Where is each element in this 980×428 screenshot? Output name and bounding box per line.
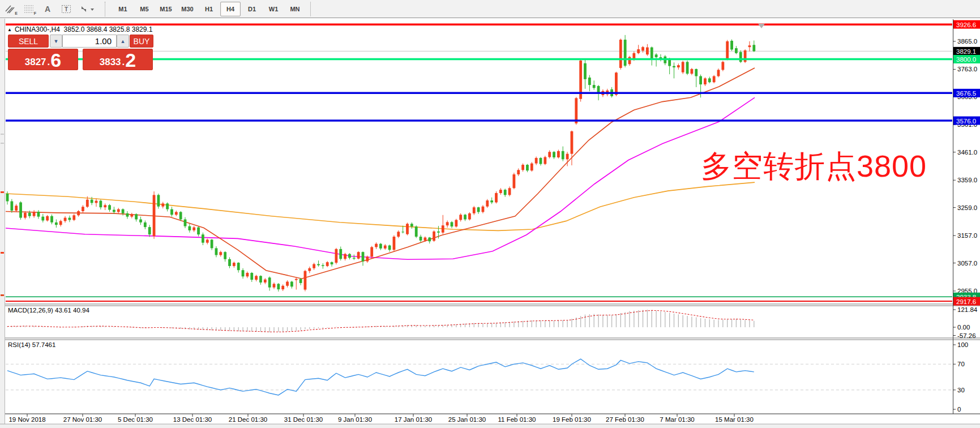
price-tick-label: 3157.0 bbox=[957, 232, 977, 239]
candle-body bbox=[530, 164, 533, 171]
candle-body bbox=[277, 284, 280, 289]
candle-body bbox=[175, 212, 178, 215]
candle-body bbox=[219, 252, 222, 255]
candle-body bbox=[468, 213, 471, 220]
candle-body bbox=[139, 220, 142, 222]
candle-body bbox=[735, 48, 738, 53]
buy-price-button[interactable]: 3833.2 bbox=[83, 49, 153, 70]
candle-body bbox=[588, 78, 591, 85]
time-tick-label: 31 Dec 01:30 bbox=[284, 416, 323, 423]
candle-body bbox=[46, 216, 49, 221]
candle-body bbox=[161, 203, 164, 206]
svg-text:30: 30 bbox=[957, 387, 965, 393]
candle-body bbox=[281, 286, 284, 289]
bid-last-digit: 6 bbox=[50, 52, 61, 69]
candle-body bbox=[593, 85, 596, 88]
candle-body bbox=[144, 222, 147, 227]
svg-text:0: 0 bbox=[957, 406, 961, 413]
price-axis[interactable]: 3865.03763.03663.03561.03461.03359.03259… bbox=[953, 20, 980, 306]
svg-text:3676.5: 3676.5 bbox=[956, 90, 976, 97]
chart-shift-marker-icon[interactable] bbox=[758, 24, 765, 28]
time-tick-label: 11 Feb 01:30 bbox=[498, 416, 536, 423]
candle-body bbox=[326, 262, 329, 266]
candle-body bbox=[544, 157, 546, 164]
volume-decrease-button[interactable]: ▼ bbox=[50, 35, 62, 48]
candle-body bbox=[228, 259, 231, 266]
candle-body bbox=[615, 72, 618, 95]
candle-body bbox=[211, 239, 213, 248]
time-tick-label: 19 Feb 01:30 bbox=[553, 416, 591, 423]
candle-body bbox=[424, 238, 427, 241]
candle-body bbox=[170, 209, 173, 215]
price-tick-label: 3865.0 bbox=[957, 38, 977, 45]
candle-body bbox=[331, 262, 333, 264]
candle-body bbox=[384, 246, 387, 249]
candle-body bbox=[379, 244, 382, 249]
candle-body bbox=[486, 200, 489, 207]
candle-body bbox=[259, 276, 262, 283]
time-tick-label: 19 Nov 2018 bbox=[8, 416, 45, 423]
candle-body bbox=[410, 224, 413, 226]
candle-body bbox=[459, 215, 462, 220]
price-badge-3926.6: 3926.6 bbox=[953, 20, 980, 29]
svg-text:-57.26: -57.26 bbox=[957, 332, 976, 339]
candle-body bbox=[446, 222, 449, 225]
candle-body bbox=[72, 215, 75, 220]
svg-text:70: 70 bbox=[957, 361, 965, 367]
candle-body bbox=[192, 228, 195, 230]
candle-body bbox=[713, 76, 716, 83]
candle-body bbox=[406, 224, 409, 234]
candle-body bbox=[224, 252, 226, 259]
price-tick-label: 3057.0 bbox=[957, 260, 977, 267]
candle-body bbox=[499, 190, 502, 193]
candle-body bbox=[362, 252, 365, 261]
candle-body bbox=[721, 62, 724, 70]
candle-body bbox=[624, 40, 627, 66]
time-axis[interactable]: 19 Nov 201827 Nov 01:305 Dec 01:3013 Dec… bbox=[8, 414, 753, 423]
candle-body bbox=[91, 200, 93, 203]
candle-body bbox=[299, 279, 302, 283]
candle-body bbox=[353, 258, 356, 258]
candle-body bbox=[15, 206, 18, 211]
time-tick-label: 15 Mar 01:30 bbox=[715, 416, 754, 423]
sell-button[interactable]: SELL bbox=[8, 35, 49, 48]
candle-body bbox=[490, 200, 493, 202]
candle-body bbox=[557, 151, 560, 157]
candle-body bbox=[393, 237, 396, 250]
candle-body bbox=[50, 216, 53, 222]
candle-body bbox=[699, 76, 702, 85]
candle-body bbox=[59, 221, 62, 225]
candle-body bbox=[686, 62, 689, 74]
price-tick-label: 3461.0 bbox=[957, 149, 977, 156]
candle-body bbox=[628, 57, 631, 65]
volume-increase-button[interactable]: ▲ bbox=[117, 35, 129, 48]
time-tick-label: 27 Feb 01:30 bbox=[606, 416, 644, 423]
candle-body bbox=[526, 165, 529, 170]
candle-body bbox=[233, 263, 236, 266]
candle-body bbox=[455, 220, 457, 226]
candle-body bbox=[108, 205, 111, 209]
candle-body bbox=[113, 210, 115, 212]
candle-body bbox=[517, 170, 520, 174]
mt4-window: E F A T M1M5M15M30H1H4D1W1MN 3865.037 bbox=[0, 0, 980, 428]
candle-body bbox=[651, 48, 653, 58]
candle-body bbox=[584, 63, 587, 79]
candle-body bbox=[744, 50, 747, 62]
rsi-label: RSI(14) 57.7461 bbox=[8, 341, 55, 348]
candle-body bbox=[571, 131, 574, 154]
candle-body bbox=[130, 214, 133, 216]
candle-body bbox=[646, 48, 649, 55]
candle-body bbox=[730, 41, 733, 50]
buy-button[interactable]: BUY bbox=[130, 35, 153, 48]
candle-body bbox=[179, 212, 182, 219]
candles-layer bbox=[6, 35, 756, 292]
candle-body bbox=[548, 152, 551, 157]
sell-price-button[interactable]: 3827.6 bbox=[8, 49, 78, 70]
time-tick-label: 21 Dec 01:30 bbox=[229, 416, 267, 423]
volume-input[interactable] bbox=[62, 35, 117, 48]
candle-body bbox=[562, 151, 564, 160]
candle-body bbox=[295, 279, 298, 280]
candle-body bbox=[401, 232, 404, 232]
candle-body bbox=[304, 271, 307, 290]
candle-body bbox=[37, 212, 40, 217]
